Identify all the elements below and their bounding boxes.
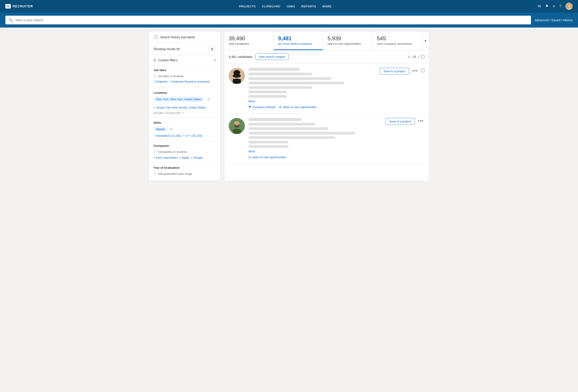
candidate-2-company — [248, 127, 329, 130]
candidate-2-avatar — [229, 118, 245, 134]
nav-jobs[interactable]: JOBS — [287, 5, 295, 8]
graduation-placeholder: Add graduation year range — [158, 172, 192, 175]
clock-icon: 🕐 — [153, 35, 158, 39]
sidebar-history-header: 🕐 Search history and alerts — [149, 31, 220, 43]
nav-reports[interactable]: REPORTS — [301, 5, 316, 8]
delete-search-button[interactable]: 🗑 — [209, 46, 216, 52]
plus-icon: ＋ — [153, 74, 156, 78]
add-company[interactable]: ＋ Companies or boolean — [153, 150, 216, 154]
stat-likely-label: are more likely to respond — [278, 42, 319, 45]
more-options-btn-2[interactable]: ••• — [417, 118, 425, 124]
add-graduation-year[interactable]: ＋ Add graduation year range — [153, 172, 216, 176]
showing-results-text: Showing results for — [153, 47, 180, 51]
nav-links: PROJECTS CLIPBOARD JOBS REPORTS MORE — [40, 5, 530, 8]
stat-connections-label: have company connections — [377, 42, 417, 45]
save-to-project-btn-2[interactable]: Save to a project — [385, 118, 415, 125]
plus-icon-graduation: ＋ — [153, 172, 156, 176]
skill-tag-text: Matlab — [156, 127, 165, 131]
candidate-1-checkbox[interactable] — [421, 69, 425, 72]
save-to-project-btn-1[interactable]: Save to a project — [380, 68, 409, 75]
custom-filters-row[interactable]: ☰ Custom filters ▾ — [149, 55, 220, 65]
search-bar-area: 🔍 Advanced • Saved / History — [0, 12, 578, 28]
list-icon[interactable]: ≡ — [553, 4, 555, 9]
candidate-1-more-link[interactable]: More — [248, 100, 376, 103]
job-title-tag-2[interactable]: + Graduate Research Assistant, — [169, 80, 210, 83]
secondary-location-link[interactable]: + Jersey City, New Jersey, United States — [153, 106, 206, 109]
job-titles-section: Job titles ＋ Job titles or boolean + Eng… — [149, 65, 220, 88]
graduation-title: Year of Graduation — [153, 166, 216, 169]
locations-title: Locations — [153, 91, 216, 94]
badge-open-opportunities-1: ◎ Open to new opportunities — [279, 105, 317, 109]
badge-open-text-2: Open to new opportunities — [252, 156, 286, 159]
stats-bar: 39,490 total candidates 9,481 are more l… — [224, 31, 429, 50]
graduation-section: Year of Graduation ＋ Add graduation year… — [149, 163, 220, 181]
search-advanced-links[interactable]: Advanced • Saved / History — [534, 18, 573, 22]
help-icon[interactable]: ? — [559, 4, 561, 9]
nav-clipboard[interactable]: CLIPBOARD — [262, 5, 281, 8]
add-skill-button[interactable]: ＋ — [169, 127, 173, 131]
company-tags-link[interactable]: + Intel Corporation, + Apple, + Google, — [153, 156, 203, 159]
stat-total-label: total candidates — [229, 42, 269, 45]
view-insights-button[interactable]: View search insights — [255, 53, 289, 60]
candidate-2-detail-4 — [248, 145, 289, 148]
plus-icon-company: ＋ — [153, 150, 156, 154]
job-title-tags: + Engineer + Graduate Research Assistant… — [153, 80, 216, 83]
stat-open-opps[interactable]: 5,939 open to new opportunities — [323, 31, 373, 50]
candidate-card-1: More ⚑ Company follower ◎ Open to new op… — [224, 63, 429, 114]
primary-location-tag[interactable]: New York, New York, United States — [153, 97, 204, 102]
more-options-btn-1[interactable]: ••• — [411, 68, 419, 74]
flag-icon[interactable]: ⚑ — [545, 4, 549, 9]
top-nav: in RECRUITER PROJECTS CLIPBOARD JOBS REP… — [0, 0, 578, 12]
skill-more-link[interactable]: + Simulations (2,162), + C++ (15,233), — [153, 134, 203, 137]
stat-total[interactable]: 39,490 total candidates — [224, 31, 274, 50]
location-note-text: Include: Current only — [153, 111, 180, 115]
stat-likely-respond[interactable]: 9,481 are more likely to respond — [274, 31, 323, 50]
candidate-1-detail-4 — [248, 95, 287, 98]
candidate-2-badges: ◎ Open to new opportunities — [248, 155, 382, 159]
candidate-2-detail-1 — [248, 132, 355, 134]
location-note: Include: Current only ✎ — [153, 111, 216, 115]
stat-total-number: 39,490 — [229, 35, 269, 42]
candidate-2-detail-3 — [248, 141, 289, 143]
stat-company-connections[interactable]: 545 have company connections — [373, 31, 422, 50]
candidates-count: 9,481 candidates — [229, 55, 253, 59]
mail-icon[interactable]: ✉ — [538, 4, 541, 9]
stat-open-number: 5,939 — [328, 35, 368, 42]
candidate-1-detail-3 — [248, 91, 287, 93]
user-avatar[interactable] — [566, 3, 573, 10]
logo[interactable]: in RECRUITER — [5, 4, 33, 8]
flag-badge-icon: ⚑ — [248, 105, 251, 109]
nav-more[interactable]: MORE — [322, 5, 332, 8]
candidate-2-actions: Save to a project ••• — [385, 118, 425, 159]
stat-open-label: open to new opportunities — [328, 42, 368, 45]
search-icon: 🔍 — [8, 18, 13, 22]
search-input[interactable] — [15, 18, 528, 22]
badge-company-follower-text: Company follower — [252, 105, 276, 109]
add-location-button[interactable]: ＋ — [206, 97, 211, 102]
results-panel: 39,490 total candidates 9,481 are more l… — [224, 31, 429, 181]
chevron-down-icon: ▾ — [214, 59, 216, 62]
candidate-1-avatar — [229, 68, 245, 84]
candidate-2-detail-2 — [248, 136, 335, 139]
candidate-2-more-link[interactable]: More — [248, 150, 382, 153]
pagination: 1 – 25 › — [408, 55, 425, 59]
candidate-1-badges: ⚑ Company follower ◎ Open to new opportu… — [248, 105, 376, 109]
linkedin-logo-box: in — [5, 4, 11, 8]
search-input-wrap[interactable]: 🔍 — [5, 16, 531, 24]
stats-chevron[interactable]: ▾ — [422, 31, 429, 50]
pagination-text: 1 – 25 — [408, 55, 416, 58]
nav-projects[interactable]: PROJECTS — [239, 5, 256, 8]
svg-point-1 — [568, 4, 571, 7]
skill-tag-matlab[interactable]: Matlab — [153, 127, 168, 132]
candidate-1-company — [248, 77, 331, 80]
select-all-checkbox[interactable] — [421, 55, 425, 59]
svg-point-9 — [233, 74, 241, 78]
add-job-title[interactable]: ＋ Job titles or boolean — [153, 74, 216, 78]
edit-icon[interactable]: ✎ — [182, 112, 184, 115]
companies-section: Companies ＋ Companies or boolean + Intel… — [149, 141, 220, 163]
job-title-tag-1[interactable]: + Engineer — [153, 80, 168, 83]
stat-likely-number: 9,481 — [278, 35, 319, 42]
pagination-next[interactable]: › — [418, 55, 419, 59]
svg-rect-6 — [233, 79, 241, 84]
svg-rect-13 — [233, 129, 241, 134]
